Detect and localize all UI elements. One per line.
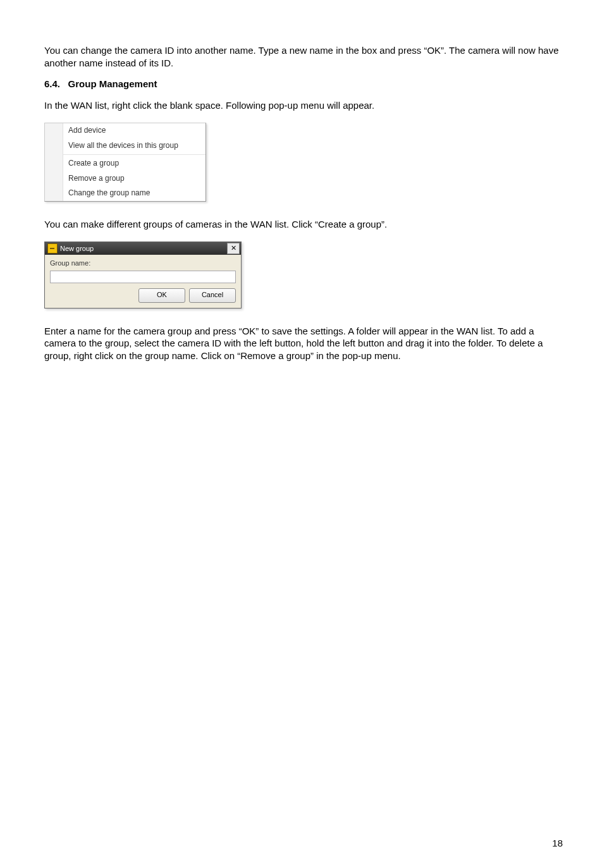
app-icon	[47, 243, 58, 254]
ctx-item-view-all[interactable]: View all the devices in this group	[63, 138, 205, 154]
intro-paragraph: You can change the camera ID into anothe…	[44, 44, 563, 69]
paragraph-2: In the WAN list, right click the blank s…	[44, 99, 563, 112]
group-name-label: Group name:	[50, 259, 236, 267]
ctx-item-create-group[interactable]: Create a group	[63, 156, 205, 171]
context-menu-gutter	[45, 123, 63, 201]
ok-button[interactable]: OK	[138, 288, 185, 303]
section-title-text: Group Management	[68, 78, 157, 89]
dialog-titlebar: New group ✕	[45, 242, 241, 255]
dialog-title: New group	[60, 244, 227, 253]
paragraph-4: Enter a name for the camera group and pr…	[44, 325, 563, 362]
ctx-item-change-name[interactable]: Change the group name	[63, 186, 205, 201]
ctx-item-add-device[interactable]: Add device	[63, 123, 205, 138]
new-group-dialog: New group ✕ Group name: OK Cancel	[44, 241, 242, 308]
context-menu: Add device View all the devices in this …	[44, 123, 206, 202]
paragraph-3: You can make different groups of cameras…	[44, 218, 563, 231]
ctx-item-remove-group[interactable]: Remove a group	[63, 171, 205, 186]
section-heading: 6.4. Group Management	[44, 78, 563, 90]
group-name-input[interactable]	[50, 271, 236, 283]
context-menu-separator	[63, 154, 205, 155]
cancel-button[interactable]: Cancel	[189, 288, 236, 303]
close-icon[interactable]: ✕	[227, 243, 240, 254]
section-number: 6.4.	[44, 78, 60, 89]
